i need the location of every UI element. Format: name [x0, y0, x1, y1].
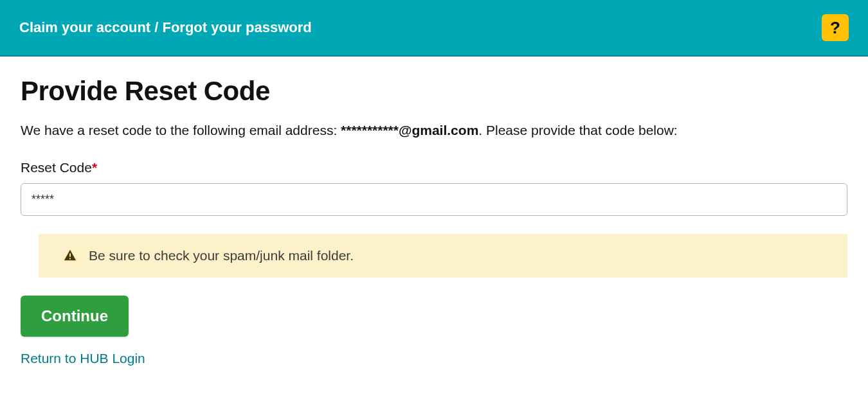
help-button[interactable]: ?	[822, 14, 849, 41]
required-asterisk: *	[92, 160, 97, 175]
field-label-text: Reset Code	[21, 160, 92, 175]
reset-code-input[interactable]	[21, 183, 847, 216]
instruction-text: We have a reset code to the following em…	[21, 121, 847, 139]
header-title: Claim your account / Forgot your passwor…	[19, 19, 312, 36]
page-title: Provide Reset Code	[21, 76, 847, 107]
continue-button[interactable]: Continue	[21, 296, 129, 337]
warning-icon	[63, 249, 77, 263]
instruction-suffix: . Please provide that code below:	[478, 123, 677, 138]
header-bar: Claim your account / Forgot your passwor…	[0, 0, 868, 57]
svg-rect-0	[69, 254, 71, 258]
help-icon: ?	[830, 18, 840, 38]
alert-box: Be sure to check your spam/junk mail fol…	[39, 234, 847, 278]
instruction-prefix: We have a reset code to the following em…	[21, 123, 341, 138]
reset-code-label: Reset Code*	[21, 160, 847, 175]
svg-rect-1	[69, 258, 71, 260]
main-content: Provide Reset Code We have a reset code …	[0, 57, 868, 386]
masked-email: ***********@gmail.com	[341, 123, 478, 138]
return-to-login-link[interactable]: Return to HUB Login	[21, 351, 145, 366]
alert-text: Be sure to check your spam/junk mail fol…	[89, 248, 354, 263]
